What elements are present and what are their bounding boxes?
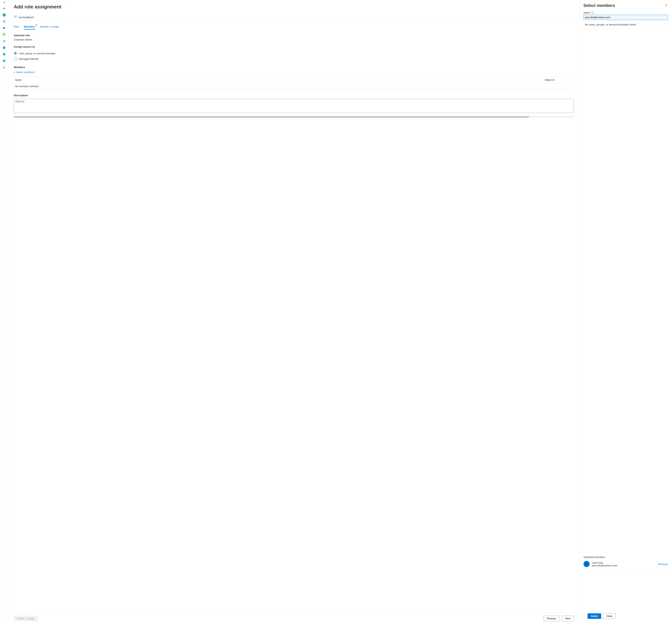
next-button[interactable]: Next xyxy=(562,616,574,621)
feedback-link[interactable]: Got feedback? xyxy=(14,14,574,21)
globe-icon[interactable] xyxy=(1,51,7,57)
selected-role-label: Selected role xyxy=(14,34,574,37)
members-table: Name Object ID No members selected xyxy=(14,77,574,90)
avatar: JD xyxy=(584,561,590,567)
svg-rect-8 xyxy=(4,33,4,34)
dashboard-icon[interactable] xyxy=(1,12,7,18)
main-footer: Review + assign Previous Next xyxy=(8,613,579,624)
more-actions-icon[interactable]: ··· xyxy=(63,5,66,8)
no-results-message: No users, groups, or service principals … xyxy=(584,20,668,29)
svg-rect-12 xyxy=(5,34,5,35)
selected-role-value: Chamber Admin xyxy=(14,38,574,41)
expand-rail-chevron[interactable] xyxy=(3,1,5,4)
description-input[interactable] xyxy=(14,99,574,113)
svg-point-23 xyxy=(14,16,16,18)
close-icon[interactable] xyxy=(664,3,668,7)
svg-point-16 xyxy=(3,46,5,47)
info-icon[interactable]: i xyxy=(591,11,594,14)
review-assign-button[interactable]: Review + assign xyxy=(14,616,38,621)
svg-rect-7 xyxy=(3,33,3,34)
svg-point-19 xyxy=(4,54,5,55)
svg-rect-6 xyxy=(4,22,5,23)
plus-icon: + xyxy=(14,71,15,74)
assign-access-radio-group: User, group, or service principal Manage… xyxy=(14,51,574,61)
tab-role[interactable]: Role xyxy=(14,24,19,30)
assign-access-label: Assign access to xyxy=(14,45,574,48)
close-button[interactable]: Close xyxy=(603,613,616,619)
selected-members-label: Selected members: xyxy=(584,545,668,558)
member-search-input[interactable] xyxy=(584,15,668,20)
tabs: Role Members Review + assign xyxy=(14,24,574,30)
member-name: Jane Doe xyxy=(592,561,656,564)
remove-member-link[interactable]: Remove xyxy=(658,563,668,566)
table-row-empty: No members selected xyxy=(14,83,574,89)
selected-member-row: JD Jane Doe jane.doe@contoso.com Remove xyxy=(584,558,668,570)
svg-rect-14 xyxy=(4,35,4,36)
select-button[interactable]: Select xyxy=(588,613,601,619)
svg-rect-11 xyxy=(4,34,4,35)
svg-point-3 xyxy=(3,21,3,22)
svg-point-5 xyxy=(3,22,3,23)
horizontal-scrollbar[interactable] xyxy=(14,116,574,118)
col-header-name: Name xyxy=(15,79,545,81)
left-rail: SQL $ xyxy=(0,0,8,624)
main-panel: Add role assignment ··· Got feedback? Ro… xyxy=(8,0,579,624)
svg-rect-4 xyxy=(4,21,5,22)
hex-icon[interactable] xyxy=(1,38,7,44)
member-email: jane.doe@contoso.com xyxy=(592,564,656,567)
tab-review-assign[interactable]: Review + assign xyxy=(40,24,59,30)
tab-members[interactable]: Members xyxy=(24,24,35,30)
description-label: Description xyxy=(14,94,574,97)
cost-icon[interactable]: $ xyxy=(1,64,7,70)
select-members-link[interactable]: + Select members xyxy=(14,71,574,74)
col-header-object-id: Object ID xyxy=(545,79,572,81)
svg-point-1 xyxy=(3,21,3,21)
feedback-icon xyxy=(14,16,17,19)
create-icon[interactable] xyxy=(1,6,7,11)
svg-text:$: $ xyxy=(3,67,4,68)
flyout-footer: Select Close xyxy=(584,611,668,622)
radio-icon xyxy=(14,52,17,55)
favorites-icon[interactable] xyxy=(1,25,7,31)
svg-text:SQL: SQL xyxy=(3,47,5,48)
cube-icon[interactable] xyxy=(1,58,7,63)
svg-rect-9 xyxy=(5,33,5,34)
tab-alert-dot xyxy=(36,24,37,25)
radio-icon xyxy=(14,57,17,60)
flyout-title: Select members xyxy=(584,3,615,8)
radio-user-group-sp[interactable]: User, group, or service principal xyxy=(14,51,574,56)
feedback-label: Got feedback? xyxy=(19,16,34,19)
scrollbar-thumb[interactable] xyxy=(14,116,529,118)
select-field-label: Select xyxy=(584,11,590,14)
svg-rect-13 xyxy=(3,35,3,36)
svg-rect-10 xyxy=(3,34,3,35)
radio-managed-identity[interactable]: Managed identity xyxy=(14,56,574,61)
previous-button[interactable]: Previous xyxy=(544,616,559,621)
members-label: Members xyxy=(14,66,574,69)
svg-rect-2 xyxy=(4,21,5,21)
select-members-flyout: Select members Select i No users, groups… xyxy=(579,0,672,624)
page-title: Add role assignment xyxy=(14,4,61,10)
sql-icon[interactable]: SQL xyxy=(1,45,7,50)
grid-icon[interactable] xyxy=(1,32,7,37)
list-icon[interactable] xyxy=(1,19,7,24)
